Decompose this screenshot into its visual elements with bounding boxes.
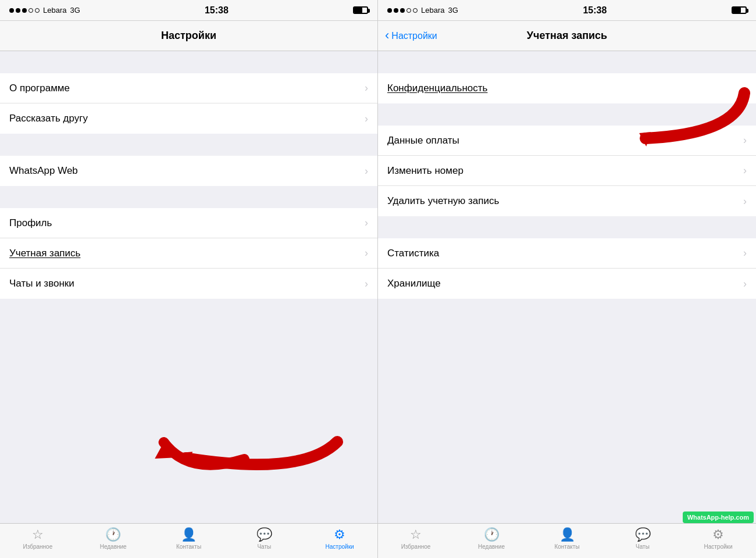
menu-section-3: Профиль › Учетная запись › Чаты и звонки… <box>0 208 377 299</box>
status-right <box>353 6 368 14</box>
separator-2 <box>0 134 377 156</box>
r-dot-2 <box>394 8 398 13</box>
settings-icon: ⚙ <box>334 527 345 542</box>
right-nav-title: Учетная запись <box>527 30 607 42</box>
menu-item-change-number[interactable]: Изменить номер › <box>378 156 756 186</box>
right-tab-settings[interactable]: ⚙ Настройки <box>680 527 756 550</box>
back-label: Настройки <box>391 31 437 41</box>
menu-item-account[interactable]: Учетная запись › <box>0 238 377 269</box>
menu-item-stats[interactable]: Статистика › <box>378 238 756 269</box>
menu-item-tell-friend[interactable]: Рассказать другу › <box>0 103 377 134</box>
tab-contacts[interactable]: 👤 Контакты <box>151 527 227 550</box>
chevron-icon-delete-account: › <box>743 195 747 208</box>
chevron-icon-stats: › <box>743 247 747 259</box>
right-tab-contacts[interactable]: 👤 Контакты <box>529 527 605 550</box>
menu-item-chats[interactable]: Чаты и звонки › <box>0 269 377 299</box>
star-icon: ☆ <box>32 527 44 542</box>
menu-item-delete-account-label: Удалить учетную запись <box>387 195 499 207</box>
status-left: Lebara 3G <box>9 6 80 15</box>
right-settings-icon: ⚙ <box>712 527 724 542</box>
person-icon: 👤 <box>181 527 197 542</box>
menu-item-delete-account[interactable]: Удалить учетную запись › <box>378 186 756 216</box>
r-dot-4 <box>406 8 411 13</box>
menu-item-privacy-label: Конфиденциальность <box>387 83 487 94</box>
chevron-icon-profile: › <box>365 217 368 229</box>
left-status-bar: Lebara 3G 15:38 <box>0 0 377 21</box>
right-star-icon: ☆ <box>410 527 422 542</box>
tab-chats-label: Чаты <box>257 543 271 550</box>
tab-recents[interactable]: 🕐 Недавние <box>76 527 151 550</box>
tab-contacts-label: Контакты <box>176 543 201 550</box>
tab-chats[interactable]: 💬 Чаты <box>226 527 302 550</box>
right-carrier-label: Lebara <box>421 6 444 15</box>
signal-dots <box>9 8 40 13</box>
menu-item-whatsapp-web-label: WhatsApp Web <box>9 165 78 177</box>
right-nav-bar: ‹ Настройки Учетная запись <box>378 21 756 51</box>
tab-favorites-label: Избранное <box>23 543 53 550</box>
right-status-right <box>732 6 747 14</box>
menu-item-chats-label: Чаты и звонки <box>9 278 74 289</box>
right-separator-2 <box>378 103 756 126</box>
right-network-label: 3G <box>448 6 458 15</box>
chevron-icon-storage: › <box>743 278 747 290</box>
separator-3 <box>0 186 377 208</box>
battery-fill <box>354 8 362 13</box>
menu-item-profile-label: Профиль <box>9 217 52 229</box>
menu-item-profile[interactable]: Профиль › <box>0 208 377 238</box>
back-chevron-icon: ‹ <box>385 28 389 43</box>
menu-item-payment-label: Данные оплаты <box>387 135 459 146</box>
chevron-icon-payment: › <box>743 134 747 146</box>
right-chat-icon: 💬 <box>635 527 651 542</box>
menu-item-account-label: Учетная запись <box>9 248 80 259</box>
right-tab-recents[interactable]: 🕐 Недавние <box>454 527 529 550</box>
left-nav-title: Настройки <box>161 30 216 42</box>
back-button[interactable]: ‹ Настройки <box>385 29 437 43</box>
menu-item-privacy[interactable]: Конфиденциальность › <box>378 73 756 103</box>
menu-item-storage[interactable]: Хранилище › <box>378 269 756 299</box>
dot-5 <box>35 8 40 13</box>
menu-item-about-label: О программе <box>9 83 70 94</box>
right-battery-fill <box>733 8 741 13</box>
right-tab-favorites[interactable]: ☆ Избранное <box>378 527 454 550</box>
right-person-icon: 👤 <box>559 527 575 542</box>
network-label: 3G <box>70 6 80 15</box>
right-tab-chats[interactable]: 💬 Чаты <box>605 527 680 550</box>
chevron-icon-about: › <box>365 82 368 94</box>
dot-3 <box>22 8 27 13</box>
right-menu-section-3: Статистика › Хранилище › <box>378 238 756 299</box>
right-time-label: 15:38 <box>583 5 607 16</box>
r-dot-3 <box>400 8 405 13</box>
dot-2 <box>16 8 20 13</box>
menu-section-1: О программе › Рассказать другу › <box>0 73 377 134</box>
left-nav-bar: Настройки <box>0 21 377 51</box>
left-tab-bar: ☆ Избранное 🕐 Недавние 👤 Контакты 💬 Чаты… <box>0 523 377 558</box>
right-menu-section-2: Данные оплаты › Изменить номер › Удалить… <box>378 126 756 216</box>
chevron-icon-tell-friend: › <box>365 113 368 125</box>
menu-item-payment[interactable]: Данные оплаты › <box>378 126 756 156</box>
carrier-label: Lebara <box>43 6 66 15</box>
right-tab-settings-label: Настройки <box>704 543 732 550</box>
right-tab-favorites-label: Избранное <box>401 543 431 550</box>
dot-1 <box>9 8 14 13</box>
separator-1 <box>0 51 377 73</box>
menu-item-whatsapp-web[interactable]: WhatsApp Web › <box>0 156 377 186</box>
clock-icon: 🕐 <box>105 527 121 542</box>
time-label: 15:38 <box>205 5 229 16</box>
tab-favorites[interactable]: ☆ Избранное <box>0 527 76 550</box>
chat-icon: 💬 <box>256 527 272 542</box>
r-dot-5 <box>413 8 418 13</box>
chevron-icon-privacy: › <box>743 83 747 95</box>
menu-item-change-number-label: Изменить номер <box>387 165 463 177</box>
right-menu-section-1: Конфиденциальность › <box>378 73 756 103</box>
chevron-icon-account: › <box>365 247 368 259</box>
chevron-icon-whatsapp-web: › <box>365 165 368 177</box>
menu-item-tell-friend-label: Рассказать другу <box>9 113 88 124</box>
menu-item-about[interactable]: О программе › <box>0 73 377 103</box>
tab-settings[interactable]: ⚙ Настройки <box>302 527 377 550</box>
battery-icon <box>353 6 368 14</box>
tab-recents-label: Недавние <box>100 543 127 550</box>
chevron-icon-chats: › <box>365 278 368 290</box>
chevron-icon-change-number: › <box>743 164 747 177</box>
right-tab-bar: ☆ Избранное 🕐 Недавние 👤 Контакты 💬 Чаты… <box>378 523 756 558</box>
menu-item-storage-label: Хранилище <box>387 278 441 289</box>
